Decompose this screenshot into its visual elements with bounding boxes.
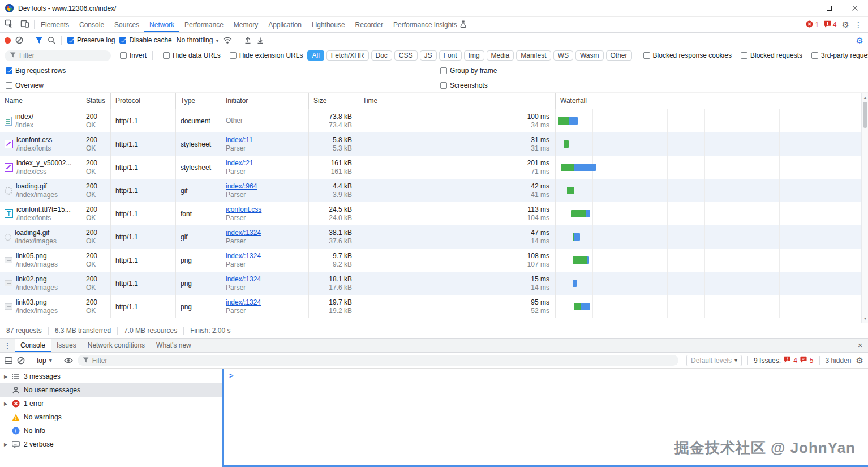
invert-checkbox[interactable] — [120, 52, 127, 59]
blocked-response-cookies-toggle[interactable]: Blocked response cookies — [643, 52, 732, 59]
live-expression-eye-icon[interactable] — [64, 357, 73, 364]
overview-checkbox[interactable] — [6, 82, 12, 89]
filter-type-doc[interactable]: Doc — [371, 50, 392, 61]
console-sidebar-item-no-user-messages[interactable]: No user messages — [0, 383, 222, 397]
expand-arrow-icon[interactable]: ▶ — [0, 401, 10, 406]
column-header-type[interactable]: Type — [176, 93, 221, 109]
scroll-up-icon[interactable]: ▲ — [862, 94, 868, 101]
issues-badge[interactable]: 4 — [824, 20, 837, 29]
filter-type-manifest[interactable]: Manifest — [516, 50, 551, 61]
more-options-icon[interactable]: ⋮ — [854, 20, 862, 29]
third-party-requests-checkbox[interactable] — [811, 52, 818, 59]
filter-type-all[interactable]: All — [307, 50, 324, 61]
expand-arrow-icon[interactable]: ▶ — [0, 442, 10, 447]
disable-cache-checkbox[interactable] — [119, 37, 126, 44]
invert-toggle[interactable]: Invert — [120, 52, 147, 59]
group-by-frame-checkbox[interactable] — [440, 67, 447, 74]
network-request-row[interactable]: iconfont.ttf?t=15.../index/fonts200OKhtt… — [0, 202, 861, 225]
column-header-waterfall[interactable]: Waterfall — [556, 93, 861, 109]
column-header-name[interactable]: Name — [0, 93, 81, 109]
initiator-link[interactable]: index/:21 — [226, 159, 308, 168]
filter-type-other[interactable]: Other — [606, 50, 632, 61]
clear-console-icon[interactable] — [17, 357, 25, 365]
tab-performance-insights[interactable]: Performance insights — [388, 17, 471, 32]
drawer-tab-issues[interactable]: Issues — [51, 339, 82, 352]
initiator-link[interactable]: index/:1324 — [226, 229, 308, 237]
export-har-icon[interactable] — [256, 36, 264, 44]
initiator-link[interactable]: index/:1324 — [226, 275, 308, 284]
network-request-row[interactable]: loading.gif/index/images200OKhttp/1.1gif… — [0, 179, 861, 202]
disable-cache-toggle[interactable]: Disable cache — [119, 36, 171, 44]
console-errors-badge[interactable]: 1 — [806, 20, 819, 29]
column-header-time[interactable]: Time — [358, 93, 556, 109]
table-scrollbar[interactable]: ▲ ▼ — [861, 93, 868, 323]
filter-type-font[interactable]: Font — [439, 50, 462, 61]
network-filter-input[interactable]: Filter — [5, 50, 111, 61]
tab-sources[interactable]: Sources — [109, 17, 144, 32]
throttling-dropdown[interactable]: No throttling ▾ — [177, 36, 219, 44]
network-request-row[interactable]: link02.png/index/images200OKhttp/1.1pngi… — [0, 272, 861, 295]
tab-application[interactable]: Application — [263, 17, 307, 32]
console-sidebar-item-no-info[interactable]: No info — [0, 424, 222, 438]
filter-icon[interactable] — [35, 37, 43, 44]
network-request-row[interactable]: link05.png/index/images200OKhttp/1.1pngi… — [0, 249, 861, 272]
settings-gear-icon[interactable]: ⚙ — [842, 20, 849, 29]
search-icon[interactable] — [48, 36, 55, 44]
filter-type-fetch-xhr[interactable]: Fetch/XHR — [326, 50, 369, 61]
preserve-log-checkbox[interactable] — [67, 37, 74, 44]
tab-elements[interactable]: Elements — [36, 17, 74, 32]
minimize-button[interactable] — [790, 0, 816, 16]
record-network-log-icon[interactable] — [5, 37, 11, 44]
overview-toggle[interactable]: Overview — [6, 82, 44, 89]
filter-type-wasm[interactable]: Wasm — [575, 50, 604, 61]
console-sidebar-toggle-icon[interactable] — [5, 357, 12, 364]
network-request-row[interactable]: link03.png/index/images200OKhttp/1.1pngi… — [0, 295, 861, 318]
filter-type-img[interactable]: Img — [464, 50, 484, 61]
console-sidebar-item-1-error[interactable]: ▶1 error — [0, 397, 222, 410]
console-filter-input[interactable]: Filter — [78, 355, 678, 366]
column-header-protocol[interactable]: Protocol — [111, 93, 176, 109]
filter-type-ws[interactable]: WS — [553, 50, 573, 61]
drawer-tab-what-s-new[interactable]: What's new — [151, 339, 197, 352]
hide-data-urls-toggle[interactable]: Hide data URLs — [163, 52, 221, 59]
javascript-context-dropdown[interactable]: top ▾ — [37, 357, 52, 365]
scroll-down-icon[interactable]: ▼ — [862, 315, 868, 322]
network-request-row[interactable]: iconfont.css/index/fonts200OKhttp/1.1sty… — [0, 132, 861, 156]
console-settings-gear-icon[interactable]: ⚙ — [856, 356, 863, 365]
inspect-element-button[interactable] — [1, 17, 17, 32]
tab-network[interactable]: Network — [144, 17, 179, 32]
console-sidebar-item-2-verbose[interactable]: ▶2 verbose — [0, 438, 222, 451]
big-request-rows-checkbox[interactable] — [6, 67, 12, 74]
clear-network-log-icon[interactable] — [15, 36, 23, 44]
filter-type-css[interactable]: CSS — [394, 50, 418, 61]
screenshots-toggle[interactable]: Screenshots — [440, 82, 488, 89]
column-header-status[interactable]: Status — [81, 93, 111, 109]
drawer-close-icon[interactable]: × — [852, 339, 868, 352]
initiator-link[interactable]: iconfont.css — [226, 205, 308, 214]
tab-performance[interactable]: Performance — [179, 17, 229, 32]
initiator-link[interactable]: index/:1324 — [226, 298, 308, 307]
blocked-response-cookies-checkbox[interactable] — [643, 52, 650, 59]
initiator-link[interactable]: index/:1324 — [226, 252, 308, 260]
blocked-requests-toggle[interactable]: Blocked requests — [741, 52, 802, 59]
network-request-row[interactable]: index//index200OKhttp/1.1documentOther73… — [0, 109, 861, 132]
tab-recorder[interactable]: Recorder — [350, 17, 388, 32]
console-sidebar-item-3-messages[interactable]: ▶3 messages — [0, 370, 222, 383]
issues-counter[interactable]: 9 Issues: 4 5 — [754, 356, 813, 365]
screenshots-checkbox[interactable] — [440, 82, 447, 89]
tab-memory[interactable]: Memory — [229, 17, 263, 32]
network-conditions-icon[interactable] — [223, 37, 232, 44]
group-by-frame-toggle[interactable]: Group by frame — [440, 67, 497, 75]
close-button[interactable] — [842, 0, 868, 16]
device-toolbar-button[interactable] — [17, 17, 33, 32]
maximize-button[interactable] — [816, 0, 842, 16]
tab-lighthouse[interactable]: Lighthouse — [307, 17, 350, 32]
drawer-tab-console[interactable]: Console — [15, 339, 51, 352]
import-har-icon[interactable] — [244, 36, 252, 44]
initiator-link[interactable]: index/:11 — [226, 136, 308, 144]
network-settings-gear-icon[interactable]: ⚙ — [856, 36, 863, 45]
log-levels-dropdown[interactable]: Default levels ▾ — [686, 355, 742, 366]
console-sidebar-item-no-warnings[interactable]: No warnings — [0, 410, 222, 424]
filter-type-js[interactable]: JS — [420, 50, 437, 61]
hide-extension-urls-checkbox[interactable] — [230, 52, 237, 59]
